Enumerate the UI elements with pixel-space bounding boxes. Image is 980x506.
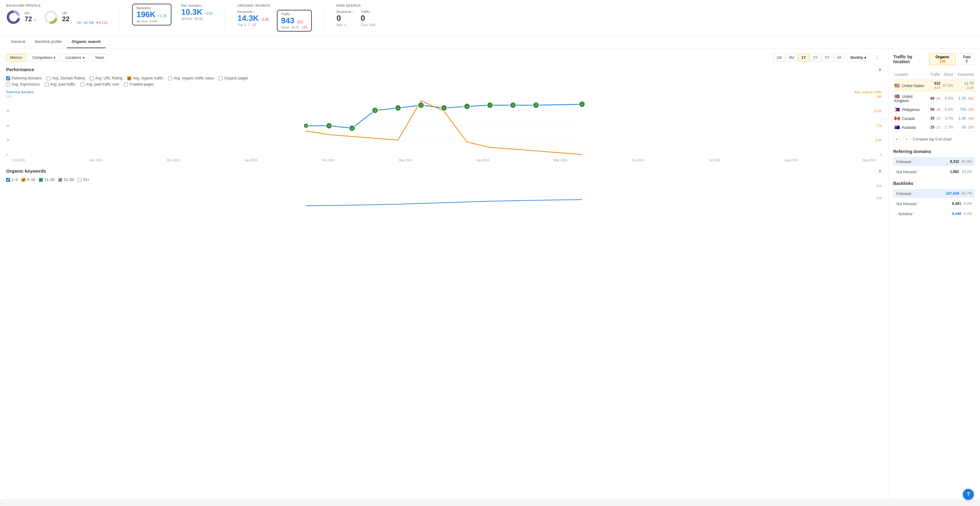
check-21-50-input[interactable] <box>58 178 62 182</box>
time-6m[interactable]: 6M <box>786 54 797 62</box>
ur-label: UR <box>62 11 67 15</box>
check-referring-domains[interactable]: Referring domains <box>6 76 42 80</box>
check-21-50[interactable]: 21–50 <box>58 178 74 182</box>
tab-organic[interactable]: Organic 146 <box>929 53 956 65</box>
check-organic-pages[interactable]: Organic pages <box>219 76 248 80</box>
check-4-10[interactable]: 4–10 <box>21 178 35 182</box>
time-1y[interactable]: 1Y <box>798 54 810 62</box>
check-referring-domains-input[interactable] <box>6 76 10 80</box>
svg-text:↗: ↗ <box>351 127 353 130</box>
organic-metrics: Keywords i 14.3K -3.8K Top 3 7 -13 Traff… <box>238 10 312 32</box>
dr-block: DR i 72 -1 <box>6 10 36 24</box>
check-avg-paid-traffic[interactable]: Avg. paid traffic <box>45 82 75 86</box>
paid-traffic-block: Traffic i 0 Cost N/A <box>361 10 375 27</box>
svg-text:↗: ↗ <box>420 104 422 107</box>
ar-label: AR <box>77 21 81 24</box>
svg-text:↗: ↗ <box>581 103 583 106</box>
help-badge: 3 <box>0 502 1 504</box>
table-row[interactable]: 🇵🇭 Philippines 58 -38 6.2% 754 -235 <box>893 105 975 114</box>
check-organic-pages-input[interactable] <box>219 76 223 80</box>
competitors-button[interactable]: Competitors ▾ <box>29 54 59 62</box>
check-crawled-pages[interactable]: Crawled pages <box>124 82 154 86</box>
performance-collapse-button[interactable]: ∧ <box>878 67 882 72</box>
check-51-plus-input[interactable] <box>78 178 81 182</box>
metrics-button[interactable]: Metrics <box>6 54 26 62</box>
time-all[interactable]: All <box>834 54 845 62</box>
x-label-aug-2024: Aug 2024 <box>785 159 798 162</box>
x-label-apr-2024: Apr 2024 <box>477 159 489 162</box>
check-11-20-input[interactable] <box>39 178 43 182</box>
help-button[interactable]: ? <box>963 489 974 500</box>
table-row[interactable]: 🇺🇸 United States 632 -619 67.5% 11.7K -3… <box>893 80 975 92</box>
check-avg-domain-rating-input[interactable] <box>47 76 51 80</box>
table-row[interactable]: 🇬🇧 United Kingdom 89 -56 9.5% 1.7K -502 <box>893 92 975 105</box>
table-row[interactable]: 🇦🇺 Australia 25 -22 2.7% 1K -293 <box>893 123 975 132</box>
check-avg-organic-traffic-value[interactable]: Avg. organic traffic value <box>168 76 214 80</box>
bl-not-followed-info-icon[interactable]: i <box>918 201 918 204</box>
help-icon: ? <box>967 492 970 497</box>
backlinks-value: 196K <box>137 10 156 19</box>
followed-info-icon[interactable]: i <box>912 159 913 162</box>
check-avg-impressions-input[interactable] <box>6 83 10 86</box>
bl-nofollow-info-icon[interactable]: i <box>913 211 914 214</box>
next-arrow-button[interactable]: › <box>903 135 910 143</box>
check-11-20[interactable]: 11–20 <box>39 178 54 182</box>
years-button[interactable]: Years <box>91 54 108 62</box>
check-avg-paid-traffic-cost-input[interactable] <box>80 83 84 86</box>
check-crawled-pages-label: Crawled pages <box>129 82 154 86</box>
check-4-10-input[interactable] <box>21 178 25 182</box>
time-1m[interactable]: 1M <box>773 54 785 62</box>
tab-general[interactable]: General <box>6 36 30 48</box>
svg-text:↗: ↗ <box>443 107 445 110</box>
check-avg-domain-rating[interactable]: Avg. Domain Rating <box>47 76 85 80</box>
paid-count: 0 <box>966 59 968 64</box>
bl-followed-info-icon[interactable]: i <box>912 191 913 194</box>
table-row[interactable]: 🇨🇦 Canada 35 -29 3.7% 1.3K -410 <box>893 114 975 123</box>
check-avg-paid-traffic-cost[interactable]: Avg. paid traffic cost <box>80 82 119 86</box>
prev-arrow-button[interactable]: ‹ <box>893 135 900 143</box>
check-crawled-pages-input[interactable] <box>124 83 128 86</box>
backlinks-section: Backlinks Followed i 187,649 95.7% Not f… <box>893 181 975 218</box>
organic-kw-info-icon[interactable]: i <box>254 10 254 13</box>
organic-keywords-collapse-button[interactable]: ∧ <box>878 168 882 174</box>
check-1-3[interactable]: 1–3 <box>6 178 18 182</box>
traffic-location-table: Location Traffic Share Keywords 🇺🇸 Unite… <box>893 71 975 132</box>
dr-info-icon[interactable]: i <box>31 12 31 15</box>
check-avg-url-rating[interactable]: Avg. URL Rating <box>90 76 123 80</box>
organic-traffic-info-icon[interactable]: i <box>292 13 292 16</box>
check-avg-paid-traffic-input[interactable] <box>45 83 49 86</box>
check-avg-organic-traffic-input[interactable] <box>127 76 131 80</box>
flag-ca: 🇨🇦 <box>894 116 900 121</box>
ref-domains-info-icon[interactable]: i <box>202 4 203 7</box>
organic-traffic-block: Traffic i 943 -821 Value $172 -195 <box>277 10 312 32</box>
organic-kw-sub: Top 3 7 -13 <box>238 23 269 27</box>
check-avg-organic-traffic-value-input[interactable] <box>168 76 172 80</box>
check-avg-impressions-label: Avg. Impressions <box>12 82 40 86</box>
tab-organic-search[interactable]: Organic search <box>67 36 106 48</box>
checkboxes-row-2: Avg. Impressions Avg. paid traffic Avg. … <box>6 82 882 86</box>
competitors-chevron-icon: ▾ <box>53 56 55 60</box>
check-51-plus[interactable]: 51+ <box>78 178 89 182</box>
check-avg-organic-traffic[interactable]: Avg. organic traffic <box>127 76 163 80</box>
time-2y[interactable]: 2Y <box>810 54 821 62</box>
more-options-button[interactable]: ⋮ <box>872 53 882 62</box>
ur-donut-chart <box>43 10 58 24</box>
check-avg-url-rating-input[interactable] <box>90 76 94 80</box>
check-avg-url-rating-label: Avg. URL Rating <box>95 76 123 80</box>
paid-kw-info-icon[interactable]: i <box>353 10 353 13</box>
locations-button[interactable]: Locations ▾ <box>62 54 88 62</box>
check-avg-impressions[interactable]: Avg. Impressions <box>6 82 40 86</box>
check-1-3-input[interactable] <box>6 178 10 182</box>
tab-backlink-profile[interactable]: Backlink profile <box>30 36 67 48</box>
x-label-nov-2023: Nov 2023 <box>89 159 102 162</box>
check-21-50-label: 21–50 <box>64 178 74 182</box>
paid-traffic-info-icon[interactable]: i <box>371 10 372 13</box>
backlinks-info-icon[interactable]: i <box>152 6 153 10</box>
ur-info-icon[interactable]: i <box>68 12 69 15</box>
not-followed-info-icon[interactable]: i <box>918 169 918 172</box>
check-4-10-label: 4–10 <box>27 178 35 182</box>
ar-block: AR 69,708 ▼8,516 <box>77 21 107 24</box>
monthly-dropdown[interactable]: Monthly ▾ <box>847 54 870 62</box>
tab-paid[interactable]: Paid 0 <box>958 53 975 65</box>
time-5y[interactable]: 5Y <box>822 54 833 62</box>
